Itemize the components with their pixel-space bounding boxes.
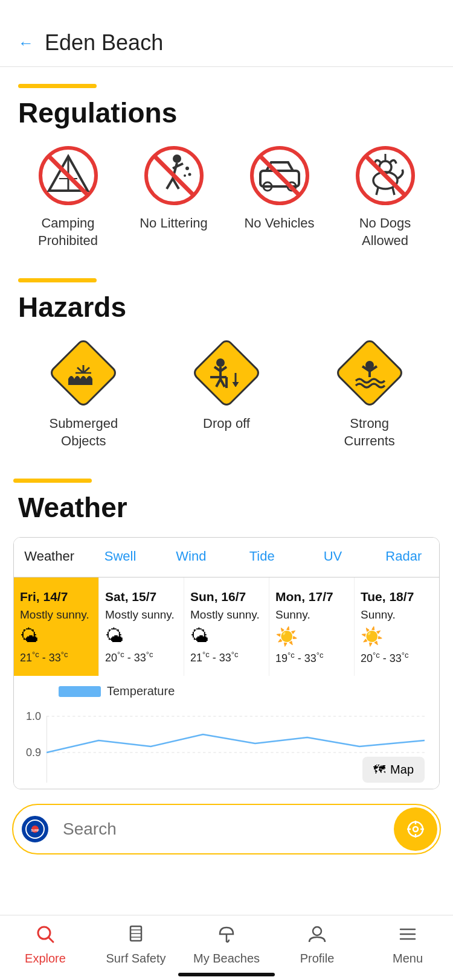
weather-day-tue: Tue, 18/7 Sunny. ☀️ 20°c - 33°c <box>355 578 439 676</box>
tab-tide[interactable]: Tide <box>226 538 297 577</box>
tab-weather[interactable]: Weather <box>14 538 85 577</box>
svg-point-13 <box>184 174 186 177</box>
day-condition-tue: Sunny. <box>361 608 433 623</box>
bottom-nav: Explore Surf Safety My Beaches <box>0 915 453 980</box>
menu-icon <box>397 924 418 949</box>
chart-y-label-bottom: 0.9 <box>26 746 41 759</box>
weather-day-fri: Fri, 14/7 Mostly sunny. 🌤 21°c - 33°c <box>14 578 99 676</box>
day-label-tue: Tue, 18/7 <box>361 588 433 605</box>
day-temp-fri: 21°c - 33°c <box>20 650 92 664</box>
svg-text:SURF: SURF <box>31 829 39 832</box>
weather-title: Weather <box>13 491 440 524</box>
explore-label: Explore <box>25 952 66 966</box>
hazards-grid: SubmergedObjects <box>18 337 435 450</box>
nav-surf-safety[interactable]: Surf Safety <box>91 915 181 968</box>
weather-card: Weather Swell Wind Tide UV Radar Fri, 14… <box>13 537 440 789</box>
regulation-dogs: No DogsAllowed <box>335 142 435 249</box>
location-search-button[interactable] <box>394 807 437 851</box>
temperature-legend-bar <box>59 686 101 697</box>
svg-point-68 <box>313 927 321 935</box>
vehicles-label: No Vehicles <box>244 215 314 232</box>
regulation-camping: CampingProhibited <box>18 142 118 249</box>
weather-day-sun: Sun, 16/7 Mostly sunny. 🌤 21°c - 33°c <box>184 578 269 676</box>
map-icon: 🗺 <box>373 763 385 777</box>
weather-bar <box>13 479 92 483</box>
submerged-label: SubmergedObjects <box>49 415 118 450</box>
hazards-bar <box>18 278 97 282</box>
weather-day-sat: Sat, 15/7 Mostly sunny. 🌤 20°c - 33°c <box>99 578 184 676</box>
explore-icon <box>35 924 56 949</box>
home-indicator <box>178 973 275 976</box>
svg-point-6 <box>173 154 181 163</box>
tab-swell[interactable]: Swell <box>85 538 155 577</box>
no-dogs-icon <box>352 142 419 209</box>
header: ← Eden Beach <box>0 0 453 67</box>
back-button[interactable]: ← <box>18 34 34 52</box>
search-bar-container: SURF <box>0 789 453 933</box>
day-label-sun: Sun, 16/7 <box>190 588 263 605</box>
day-label-mon: Mon, 17/7 <box>275 588 348 605</box>
day-icon-sun: 🌤 <box>190 626 263 646</box>
menu-label: Menu <box>393 952 423 966</box>
weather-day-mon: Mon, 17/7 Sunny. ☀️ 19°c - 33°c <box>269 578 355 676</box>
regulations-title: Regulations <box>18 97 435 129</box>
day-label-sat: Sat, 15/7 <box>105 588 178 605</box>
tab-uv[interactable]: UV <box>297 538 368 577</box>
drop-off-icon <box>190 337 263 409</box>
weather-days: Fri, 14/7 Mostly sunny. 🌤 21°c - 33°c Sa… <box>14 578 439 676</box>
map-button[interactable]: 🗺 Map <box>362 757 425 783</box>
hazards-title: Hazards <box>18 291 435 323</box>
day-condition-sat: Mostly sunny. <box>105 608 178 623</box>
chart-legend: Temperature <box>22 684 431 698</box>
chart-y-label-top: 1.0 <box>26 710 41 723</box>
nav-menu[interactable]: Menu <box>362 915 453 968</box>
hazard-dropoff: Drop off <box>161 337 292 450</box>
weather-chart: 1.0 0.9 🗺 Map <box>22 704 431 789</box>
surf-safety-icon <box>126 924 146 949</box>
svg-line-62 <box>48 937 53 942</box>
no-littering-icon <box>141 142 207 209</box>
day-icon-tue: ☀️ <box>361 626 433 647</box>
nav-my-beaches[interactable]: My Beaches <box>181 915 272 968</box>
strong-currents-icon <box>333 337 406 409</box>
tab-wind[interactable]: Wind <box>156 538 226 577</box>
svg-rect-33 <box>193 340 260 406</box>
regulation-vehicles: No Vehicles <box>230 142 329 249</box>
day-condition-sun: Mostly sunny. <box>190 608 263 623</box>
day-icon-sat: 🌤 <box>105 626 178 646</box>
map-button-label: Map <box>390 763 414 777</box>
hazard-submerged: SubmergedObjects <box>18 337 149 450</box>
dogs-label: No DogsAllowed <box>359 215 411 249</box>
hazard-currents: StrongCurrents <box>304 337 435 450</box>
page-title: Eden Beach <box>45 30 163 56</box>
svg-point-12 <box>188 173 191 176</box>
svg-point-34 <box>216 358 225 367</box>
tab-radar[interactable]: Radar <box>368 538 439 577</box>
day-label-fri: Fri, 14/7 <box>20 588 92 605</box>
chart-area: Temperature 1.0 0.9 🗺 Map <box>14 676 439 789</box>
day-temp-sun: 21°c - 33°c <box>190 650 263 664</box>
regulations-grid: CampingProhibited <box>18 142 435 249</box>
nav-explore[interactable]: Explore <box>0 915 91 968</box>
regulation-littering: No Littering <box>124 142 223 249</box>
nav-profile[interactable]: Profile <box>272 915 362 968</box>
svg-point-56 <box>413 827 418 832</box>
regulations-section: Regulations CampingProhibited <box>0 67 453 261</box>
search-input[interactable] <box>53 819 391 839</box>
littering-label: No Littering <box>140 215 208 232</box>
day-temp-tue: 20°c - 33°c <box>361 651 433 665</box>
no-vehicles-icon <box>246 142 313 209</box>
weather-section: Weather Weather Swell Wind Tide UV Radar… <box>0 462 453 789</box>
my-beaches-label: My Beaches <box>193 952 260 966</box>
surf-safety-label: Surf Safety <box>106 952 166 966</box>
day-condition-mon: Sunny. <box>275 608 348 623</box>
regulations-bar <box>18 84 97 88</box>
currents-label: StrongCurrents <box>344 415 395 450</box>
temperature-legend-label: Temperature <box>107 684 175 698</box>
day-temp-sat: 20°c - 33°c <box>105 650 178 664</box>
svg-point-11 <box>185 167 189 170</box>
weather-tabs: Weather Swell Wind Tide UV Radar <box>14 538 439 578</box>
camping-prohibited-icon <box>35 142 101 209</box>
search-bar: SURF <box>12 804 441 854</box>
profile-label: Profile <box>300 952 335 966</box>
